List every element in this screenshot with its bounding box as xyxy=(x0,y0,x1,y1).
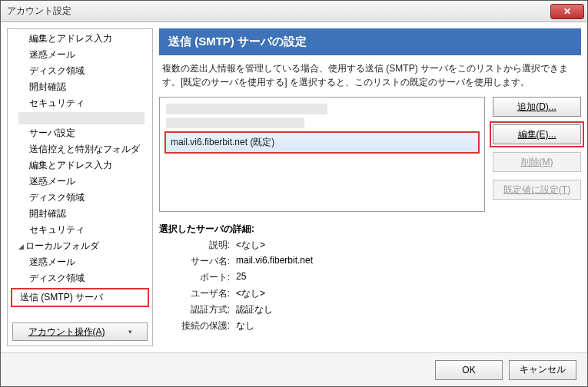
list-item-redacted[interactable] xyxy=(166,117,304,128)
detail-label: サーバ名: xyxy=(159,255,236,268)
tree-item[interactable]: 開封確認 xyxy=(8,206,152,222)
detail-value: <なし> xyxy=(236,287,581,300)
detail-label: ポート: xyxy=(159,271,236,284)
detail-label: ユーザ名: xyxy=(159,287,236,300)
tree-item-redacted[interactable] xyxy=(18,112,145,124)
account-settings-window: アカウント設定 ✕ 編集とアドレス入力 迷惑メール ディスク領域 開封確認 セキ… xyxy=(0,0,588,387)
smtp-server-list[interactable]: mail.vi6.fiberbit.net (既定) xyxy=(159,97,485,212)
close-icon: ✕ xyxy=(563,6,571,17)
close-button[interactable]: ✕ xyxy=(550,4,584,19)
dialog-footer: OK キャンセル xyxy=(1,352,587,386)
tree-item-smtp[interactable]: 送信 (SMTP) サーバ xyxy=(11,288,149,307)
detail-label: 認証方式: xyxy=(159,303,236,316)
tree-item[interactable]: セキュリティ xyxy=(8,222,152,238)
server-detail-grid: 説明: <なし> サーバ名: mail.vi6.fiberbit.net ポート… xyxy=(159,239,581,332)
tree-item[interactable]: 迷惑メール xyxy=(8,47,152,63)
smtp-server-selected[interactable]: mail.vi6.fiberbit.net (既定) xyxy=(164,131,480,154)
account-ops-label: アカウント操作(A) xyxy=(28,326,105,339)
titlebar: アカウント設定 ✕ xyxy=(1,1,587,22)
tree-item[interactable]: 送信控えと特別なフォルダ xyxy=(8,141,152,157)
account-tree[interactable]: 編集とアドレス入力 迷惑メール ディスク領域 開封確認 セキュリティ サーバ設定… xyxy=(8,29,152,310)
tree-item[interactable]: ディスク領域 xyxy=(8,270,152,286)
server-row: mail.vi6.fiberbit.net (既定) 追加(D)... 編集(E… xyxy=(159,97,581,212)
detail-label: 接続の保護: xyxy=(159,319,236,332)
main-panel: 送信 (SMTP) サーバの設定 複数の差出人情報を管理している場合、使用する送… xyxy=(159,28,581,346)
account-operations-button[interactable]: アカウント操作(A) ▾ xyxy=(12,322,148,341)
edit-button[interactable]: 編集(E)... xyxy=(493,124,581,144)
ok-button[interactable]: OK xyxy=(435,360,503,380)
server-detail-title: 選択したサーバの詳細: xyxy=(159,223,581,236)
dialog-body: 編集とアドレス入力 迷惑メール ディスク領域 開封確認 セキュリティ サーバ設定… xyxy=(1,22,587,352)
tree-item[interactable]: ディスク領域 xyxy=(8,63,152,79)
panel-header: 送信 (SMTP) サーバの設定 xyxy=(159,28,581,55)
panel-description: 複数の差出人情報を管理している場合、使用する送信 (SMTP) サーバをこのリス… xyxy=(159,55,581,92)
tree-item[interactable]: 迷惑メール xyxy=(8,254,152,270)
list-item-redacted[interactable] xyxy=(166,104,327,114)
sidebar: 編集とアドレス入力 迷惑メール ディスク領域 開封確認 セキュリティ サーバ設定… xyxy=(7,28,153,346)
tree-item[interactable]: 迷惑メール xyxy=(8,174,152,190)
tree-item[interactable]: サーバ設定 xyxy=(8,125,152,141)
add-button[interactable]: 追加(D)... xyxy=(493,97,581,117)
detail-value: 25 xyxy=(236,271,581,284)
tree-item[interactable]: 編集とアドレス入力 xyxy=(8,31,152,47)
detail-label: 説明: xyxy=(159,239,236,252)
detail-value: なし xyxy=(236,319,581,332)
tree-item[interactable]: セキュリティ xyxy=(8,95,152,111)
delete-button[interactable]: 削除(M) xyxy=(493,152,581,172)
tree-item[interactable]: 開封確認 xyxy=(8,79,152,95)
cancel-button[interactable]: キャンセル xyxy=(509,360,576,380)
detail-value: mail.vi6.fiberbit.net xyxy=(236,255,581,268)
tree-item[interactable]: ディスク領域 xyxy=(8,190,152,206)
tree-item[interactable]: 編集とアドレス入力 xyxy=(8,157,152,174)
window-title: アカウント設定 xyxy=(7,5,71,18)
chevron-down-icon: ▾ xyxy=(128,328,132,336)
tree-group-local[interactable]: ローカルフォルダ xyxy=(8,238,152,254)
button-column: 追加(D)... 編集(E)... 削除(M) 既定値に設定(T) xyxy=(493,97,581,212)
detail-value: <なし> xyxy=(236,239,581,252)
detail-value: 認証なし xyxy=(236,303,581,316)
set-default-button[interactable]: 既定値に設定(T) xyxy=(493,180,581,200)
